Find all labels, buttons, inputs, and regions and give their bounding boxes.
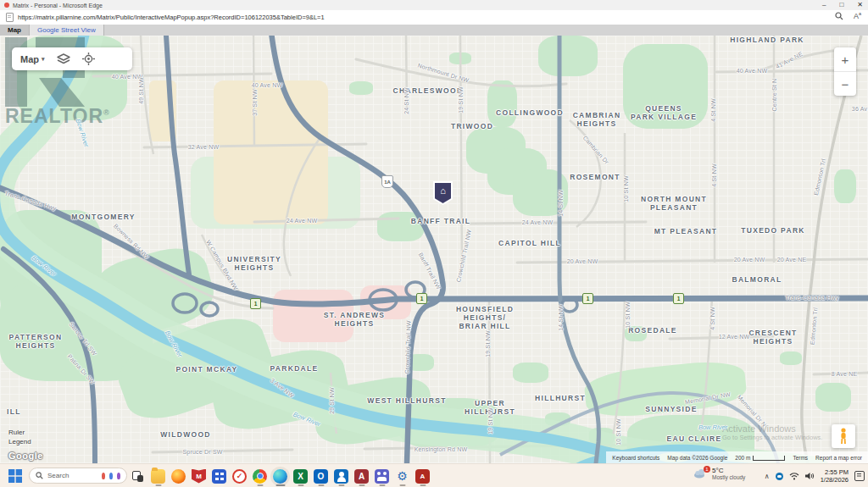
tray-date: 1/28/2026 — [821, 476, 849, 484]
scale-text: 200 m — [735, 455, 750, 461]
zoom-control: + − — [834, 47, 856, 96]
search-highlight-icon — [109, 473, 113, 479]
search-icon — [36, 472, 43, 479]
tab-google-street-view[interactable]: Google Street View — [30, 25, 104, 36]
search-highlight-icon — [117, 473, 120, 479]
volume-icon[interactable] — [805, 472, 815, 480]
my-location-icon[interactable] — [82, 53, 95, 65]
search-highlight-icon — [102, 473, 105, 479]
zoom-icon[interactable] — [835, 12, 843, 20]
zoom-in-button[interactable]: + — [834, 47, 856, 72]
map-type-button[interactable]: Map▾ — [20, 54, 45, 64]
taskbar-icons: M✓XOA⚙A — [131, 468, 430, 484]
map-canvas[interactable]: ⌂ REALTOR® Map▾ — [0, 36, 868, 463]
teams-icon[interactable] — [375, 469, 389, 484]
clock[interactable]: 2:55 PM 1/28/2026 — [821, 468, 849, 484]
office-person-icon[interactable] — [334, 469, 348, 484]
mcafee-icon[interactable]: M — [192, 469, 206, 484]
chrome-icon[interactable] — [253, 469, 267, 484]
maximize-button[interactable]: □ — [839, 0, 843, 10]
legend-link[interactable]: Legend — [8, 438, 31, 445]
minimize-button[interactable]: – — [822, 0, 826, 10]
terms-link[interactable]: Terms — [793, 455, 808, 461]
file-explorer-icon[interactable] — [151, 469, 165, 484]
pegman-icon — [838, 428, 849, 445]
edge-icon[interactable] — [273, 469, 287, 484]
chevron-down-icon: ▾ — [42, 56, 45, 63]
acrobat-icon[interactable]: A — [415, 469, 430, 484]
access-icon[interactable]: A — [354, 469, 369, 484]
site-favicon — [4, 3, 9, 8]
page-icon — [6, 13, 14, 22]
google-logo[interactable]: Google — [8, 451, 43, 461]
pegman-control[interactable] — [832, 424, 855, 448]
window-title: Matrix - Personal - Microsoft Edge — [13, 3, 103, 8]
layers-icon[interactable] — [57, 53, 70, 65]
map-attribution: Keyboard shortcuts Map data ©2026 Google… — [606, 451, 868, 463]
tab-map[interactable]: Map — [0, 25, 30, 36]
close-button[interactable]: ✕ — [857, 0, 863, 10]
tray-overflow-chevron[interactable]: ∧ — [765, 473, 770, 480]
report-map-error-link[interactable]: Report a map error — [815, 455, 862, 461]
firefox-icon[interactable] — [171, 469, 186, 484]
tab-strip: Map Google Street View — [0, 25, 868, 36]
address-bar[interactable]: https://matrix.pillarnine.com/Matrix/Pub… — [0, 10, 868, 25]
map-data-text: Map data ©2026 Google — [667, 455, 727, 461]
system-tray: ∧ 2:55 PM 1/28/2026 — [765, 466, 865, 486]
scale-bar — [753, 456, 785, 461]
settings-gears-icon[interactable]: ⚙ — [395, 469, 409, 484]
map-toolbar: Map▾ — [12, 47, 132, 70]
task-view-icon[interactable] — [131, 469, 145, 484]
zoom-out-button[interactable]: − — [834, 72, 856, 96]
onedrive-icon[interactable] — [776, 473, 783, 480]
search-input[interactable]: Search — [29, 468, 127, 484]
wifi-icon[interactable] — [789, 472, 799, 480]
weather-condition: Mostly cloudy — [712, 474, 745, 480]
url-text[interactable]: https://matrix.pillarnine.com/Matrix/Pub… — [18, 14, 325, 21]
read-aloud-icon[interactable]: Aa — [854, 11, 861, 20]
ruler-link[interactable]: Ruler — [8, 429, 25, 436]
temperature: 5°C — [712, 467, 745, 474]
notification-center-icon[interactable] — [854, 471, 865, 481]
keyboard-shortcuts-link[interactable]: Keyboard shortcuts — [612, 455, 659, 461]
excel-icon[interactable]: X — [293, 469, 308, 484]
taskbar: Search M✓XOA⚙A 1 5°C Mostly cloudy ∧ — [0, 463, 868, 487]
notification-badge: 1 — [704, 466, 710, 473]
scale-control: 200 m — [735, 455, 785, 461]
outlook-icon[interactable]: O — [314, 469, 328, 484]
search-placeholder: Search — [47, 472, 97, 479]
start-button[interactable] — [8, 469, 22, 483]
app-tile-icon[interactable] — [212, 469, 226, 484]
checkmark-app-icon[interactable]: ✓ — [232, 469, 247, 484]
tray-time: 2:55 PM — [821, 468, 849, 476]
roads-river-layer — [0, 36, 868, 463]
house-icon: ⌂ — [440, 185, 446, 196]
weather-widget[interactable]: 1 5°C Mostly cloudy — [693, 467, 745, 480]
edge-window: Matrix - Personal - Microsoft Edge – □ ✕… — [0, 0, 868, 487]
